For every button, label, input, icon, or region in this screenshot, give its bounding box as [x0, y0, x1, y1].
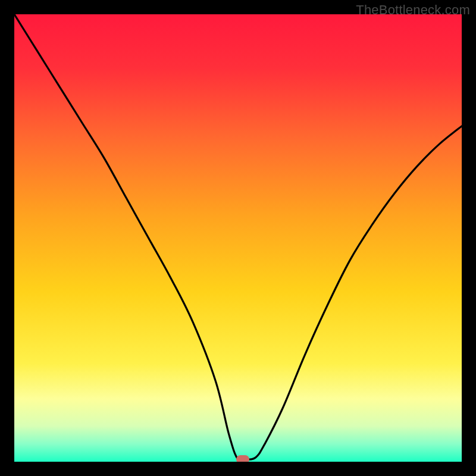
- curve-line: [14, 14, 462, 462]
- plot-area: [14, 14, 462, 462]
- watermark-text: TheBottleneck.com: [356, 2, 470, 18]
- min-marker: [236, 455, 249, 462]
- chart-frame: TheBottleneck.com: [0, 0, 476, 476]
